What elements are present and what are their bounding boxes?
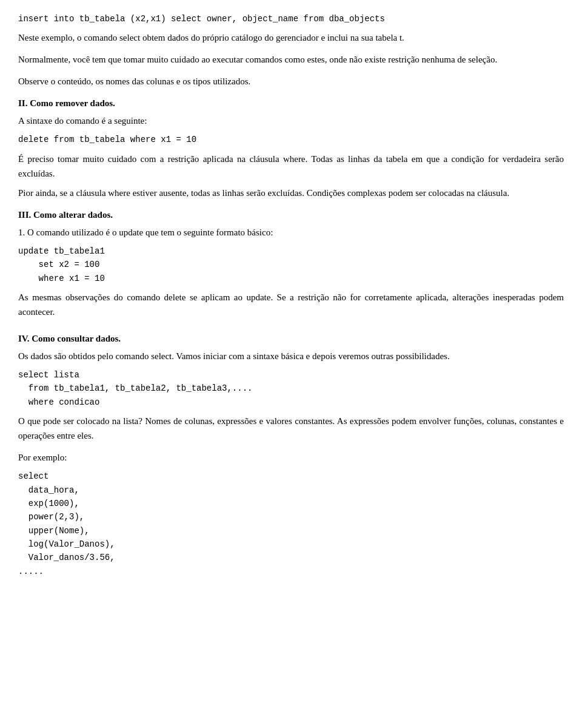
para-update-obs: As mesmas observações do comando delete … (18, 290, 564, 319)
para-insert-desc: Neste exemplo, o comando select obtem da… (18, 30, 564, 45)
section-ii-heading: II. Como remover dados. (18, 98, 564, 109)
para-warning: Normalmente, você tem que tomar muito cu… (18, 52, 564, 67)
para-syntax-intro: A sintaxe do comando é a seguinte: (18, 113, 564, 128)
para-observe: Observe o conteúdo, os nomes das colunas… (18, 74, 564, 89)
code-block-insert: insert into tb_tabela (x2,x1) select own… (18, 12, 564, 25)
code-block-select-basic: select lista from tb_tabela1, tb_tabela2… (18, 368, 564, 409)
code-block-update: update tb_tabela1 set x2 = 100 where x1 … (18, 244, 564, 285)
code-block-delete: delete from tb_tabela where x1 = 10 (18, 133, 564, 146)
section-iii-heading: III. Como alterar dados. (18, 210, 564, 220)
section-iv-heading: IV. Como consultar dados. (18, 334, 564, 344)
para-example: Por exemplo: (18, 450, 564, 465)
para-select-intro: Os dados são obtidos pelo comando select… (18, 349, 564, 363)
para-delete-warning: É preciso tomar muito cuidado com a rest… (18, 152, 564, 181)
para-update-intro: 1. O comando utilizado é o update que te… (18, 225, 564, 240)
para-lista-question: O que pode ser colocado na lista? Nomes … (18, 414, 564, 443)
page-content: insert into tb_tabela (x2,x1) select own… (18, 12, 564, 578)
code-block-select-example: select data_hora, exp(1000), power(2,3),… (18, 470, 564, 578)
para-where-warning: Pior ainda, se a cláusula where estiver … (18, 186, 564, 200)
